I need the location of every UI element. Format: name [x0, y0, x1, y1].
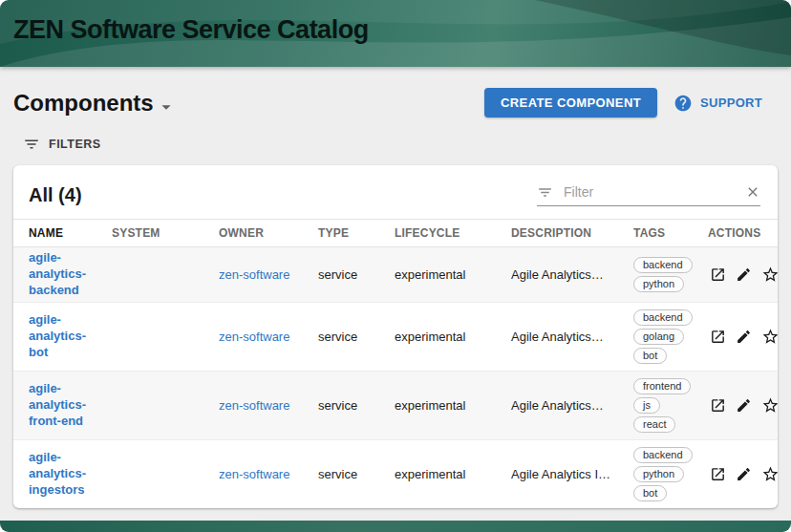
tag-chip: backend: [633, 257, 693, 273]
table-row: agile-analytics-backendzen-softwareservi…: [13, 247, 778, 303]
favorite-button[interactable]: [759, 463, 778, 485]
row-actions: [708, 463, 778, 485]
table-header-row: NAME SYSTEM OWNER TYPE LIFECYCLE DESCRIP…: [13, 219, 778, 247]
open-in-new-icon: [710, 397, 726, 414]
column-header-tags[interactable]: TAGS: [633, 226, 708, 240]
edit-icon: [736, 266, 752, 283]
page: ZEN Software Service Catalog Components …: [0, 0, 791, 532]
owner-link[interactable]: zen-software: [219, 467, 289, 481]
tag-chip: bot: [633, 348, 667, 364]
table-row: agile-analytics-ingestorszen-softwareser…: [13, 440, 778, 508]
column-header-system[interactable]: SYSTEM: [112, 226, 219, 240]
owner-link[interactable]: zen-software: [219, 398, 289, 413]
edit-button[interactable]: [734, 395, 754, 415]
type-value: service: [318, 330, 357, 344]
close-icon: [745, 184, 760, 200]
open-in-new-icon: [710, 466, 726, 482]
column-header-owner[interactable]: OWNER: [219, 226, 318, 240]
row-actions: [708, 326, 778, 348]
edit-icon: [736, 329, 752, 345]
lifecycle-value: experimental: [395, 267, 465, 282]
page-title: Components: [13, 90, 154, 117]
toolbar: Components CREATE COMPONENT SUPPORT: [0, 67, 791, 117]
filters-label: FILTERS: [49, 138, 101, 151]
help-icon: [673, 94, 693, 113]
app-title: ZEN Software Service Catalog: [13, 15, 369, 45]
table-filter: [537, 183, 760, 206]
star-outline-icon: [761, 396, 778, 415]
open-in-new-icon: [710, 266, 726, 283]
open-in-new-icon: [710, 329, 726, 345]
edit-button[interactable]: [734, 464, 754, 484]
table-body: agile-analytics-backendzen-softwareservi…: [13, 247, 778, 508]
open-in-new-button[interactable]: [708, 327, 728, 347]
tag-chip: python: [633, 276, 684, 292]
edit-icon: [736, 397, 752, 414]
component-name-link[interactable]: agile-analytics-front-end: [29, 381, 101, 430]
catalog-card: All (4) NAME SYSTEM OWNER TYPE LIFECYCLE…: [13, 165, 778, 508]
edit-button[interactable]: [734, 265, 754, 285]
component-name-link[interactable]: agile-analytics-backend: [29, 250, 101, 299]
edit-icon: [736, 466, 752, 482]
filter-icon: [537, 184, 553, 201]
create-component-button[interactable]: CREATE COMPONENT: [484, 88, 657, 117]
open-in-new-button[interactable]: [708, 395, 728, 415]
column-header-description[interactable]: DESCRIPTION: [511, 226, 633, 240]
row-actions: [708, 264, 778, 286]
page-title-dropdown[interactable]: Components: [13, 90, 177, 117]
catalog-card-header: All (4): [13, 165, 778, 219]
tag-chip: golang: [633, 329, 684, 345]
support-button[interactable]: SUPPORT: [673, 94, 762, 113]
tag-chip: bot: [633, 485, 667, 501]
star-outline-icon: [761, 465, 778, 483]
owner-link[interactable]: zen-software: [219, 267, 289, 282]
tag-chip: frontend: [633, 378, 691, 394]
favorite-button[interactable]: [759, 326, 778, 348]
favorite-button[interactable]: [759, 264, 778, 286]
filter-icon: [23, 136, 40, 153]
column-header-name[interactable]: NAME: [13, 226, 112, 240]
tag-list: backendpythonbot: [633, 443, 700, 505]
row-actions: [708, 394, 778, 416]
tag-chip: backend: [633, 447, 693, 463]
toolbar-actions: CREATE COMPONENT SUPPORT: [484, 88, 762, 117]
tag-list: backendgolangbot: [633, 306, 700, 368]
component-name-link[interactable]: agile-analytics-ingestors: [29, 450, 101, 499]
lifecycle-value: experimental: [395, 467, 465, 481]
description-value: Agile Analytics…: [511, 330, 604, 344]
column-header-type[interactable]: TYPE: [318, 226, 395, 240]
description-value: Agile Analytics I…: [511, 467, 610, 481]
tag-chip: js: [633, 397, 660, 414]
table-filter-input[interactable]: [562, 183, 737, 201]
type-value: service: [318, 398, 357, 413]
column-header-lifecycle[interactable]: LIFECYCLE: [395, 226, 511, 240]
chevron-down-icon: [156, 96, 177, 117]
tag-list: frontendjsreact: [633, 374, 700, 436]
column-header-actions: ACTIONS: [708, 226, 778, 240]
open-in-new-button[interactable]: [708, 464, 728, 484]
star-outline-icon: [761, 328, 778, 346]
open-in-new-button[interactable]: [708, 265, 728, 285]
description-value: Agile Analytics…: [511, 267, 604, 282]
support-label: SUPPORT: [700, 96, 762, 110]
clear-filter-button[interactable]: [745, 184, 760, 200]
footer-bar: [0, 521, 791, 532]
favorite-button[interactable]: [759, 394, 778, 416]
filters-toggle[interactable]: FILTERS: [23, 136, 101, 153]
catalog-title: All (4): [29, 184, 82, 206]
edit-button[interactable]: [734, 327, 754, 347]
table-row: agile-analytics-botzen-softwareserviceex…: [13, 303, 778, 372]
tag-list: backendpython: [633, 253, 700, 296]
description-value: Agile Analytics…: [511, 398, 604, 413]
table-row: agile-analytics-front-endzen-softwareser…: [13, 372, 778, 440]
tag-chip: react: [633, 416, 675, 433]
star-outline-icon: [761, 266, 778, 284]
tag-chip: backend: [633, 309, 693, 326]
app-header: ZEN Software Service Catalog: [0, 0, 791, 67]
lifecycle-value: experimental: [395, 330, 465, 344]
lifecycle-value: experimental: [395, 398, 465, 413]
owner-link[interactable]: zen-software: [219, 330, 289, 344]
type-value: service: [318, 267, 357, 282]
type-value: service: [318, 467, 357, 481]
component-name-link[interactable]: agile-analytics-bot: [29, 312, 101, 361]
